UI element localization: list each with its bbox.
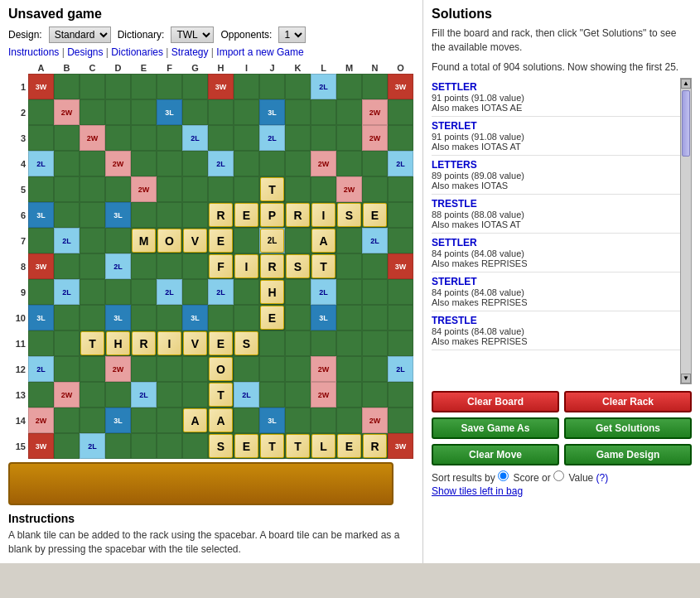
- cell-14g[interactable]: A: [182, 408, 208, 433]
- cell-9a[interactable]: [28, 279, 54, 305]
- cell-11l[interactable]: [311, 330, 336, 356]
- cell-13n[interactable]: [362, 382, 388, 408]
- cell-4e[interactable]: [131, 151, 157, 176]
- cell-7l[interactable]: A: [311, 228, 336, 253]
- cell-13f[interactable]: [157, 382, 182, 408]
- cell-12j[interactable]: [259, 356, 285, 382]
- nav-dictionaries[interactable]: Dictionaries: [111, 46, 163, 58]
- cell-13c[interactable]: [80, 382, 105, 408]
- cell-11c[interactable]: T: [80, 330, 105, 356]
- cell-1n[interactable]: [362, 74, 388, 99]
- cell-3e[interactable]: [131, 125, 157, 151]
- cell-1m[interactable]: [336, 74, 362, 99]
- cell-8b[interactable]: [54, 253, 80, 279]
- cell-14h[interactable]: A: [208, 408, 234, 433]
- cell-1b[interactable]: [54, 74, 80, 99]
- cell-9b[interactable]: 2L: [54, 279, 80, 305]
- cell-13i[interactable]: 2L: [234, 382, 259, 408]
- cell-14j[interactable]: 3L: [259, 408, 285, 433]
- cell-2f[interactable]: 3L: [157, 99, 182, 125]
- cell-14e[interactable]: [131, 408, 157, 433]
- cell-9l[interactable]: 2L: [311, 279, 336, 305]
- cell-9f[interactable]: 2L: [157, 279, 182, 305]
- cell-15g[interactable]: [182, 433, 208, 459]
- cell-5o[interactable]: [388, 176, 413, 202]
- cell-12o[interactable]: 2L: [388, 356, 413, 382]
- cell-4b[interactable]: [54, 151, 80, 176]
- cell-11f[interactable]: I: [157, 330, 182, 356]
- cell-9m[interactable]: [336, 279, 362, 305]
- cell-12d[interactable]: 2W: [105, 356, 131, 382]
- save-game-button[interactable]: Save Game As: [432, 417, 559, 439]
- cell-12g[interactable]: [182, 356, 208, 382]
- cell-9g[interactable]: [182, 279, 208, 305]
- cell-10e[interactable]: [131, 305, 157, 330]
- cell-2n[interactable]: 2W: [362, 99, 388, 125]
- cell-10f[interactable]: [157, 305, 182, 330]
- cell-4f[interactable]: [157, 151, 182, 176]
- cell-11i[interactable]: S: [234, 330, 259, 356]
- cell-13k[interactable]: [285, 382, 311, 408]
- cell-6n[interactable]: E: [362, 202, 388, 228]
- cell-3o[interactable]: [388, 125, 413, 151]
- cell-4k[interactable]: [285, 151, 311, 176]
- cell-11b[interactable]: [54, 330, 80, 356]
- cell-3l[interactable]: [311, 125, 336, 151]
- cell-1j[interactable]: [259, 74, 285, 99]
- cell-9o[interactable]: [388, 279, 413, 305]
- cell-14l[interactable]: [311, 408, 336, 433]
- cell-4h[interactable]: 2L: [208, 151, 234, 176]
- cell-5l[interactable]: [311, 176, 336, 202]
- cell-1i[interactable]: [234, 74, 259, 99]
- cell-15h[interactable]: S: [208, 433, 234, 459]
- cell-8l[interactable]: T: [311, 253, 336, 279]
- cell-10d[interactable]: 3L: [105, 305, 131, 330]
- cell-15n[interactable]: R: [362, 433, 388, 459]
- cell-14o[interactable]: [388, 408, 413, 433]
- cell-15m[interactable]: E: [336, 433, 362, 459]
- cell-4d[interactable]: 2W: [105, 151, 131, 176]
- solution-word[interactable]: STERLET: [432, 120, 680, 132]
- cell-1g[interactable]: [182, 74, 208, 99]
- cell-8c[interactable]: [80, 253, 105, 279]
- solution-word[interactable]: TRESTLE: [432, 198, 680, 210]
- cell-5g[interactable]: [182, 176, 208, 202]
- cell-3b[interactable]: [54, 125, 80, 151]
- solution-word[interactable]: TRESTLE: [432, 315, 680, 326]
- cell-8i[interactable]: I: [234, 253, 259, 279]
- cell-13e[interactable]: 2L: [131, 382, 157, 408]
- cell-10n[interactable]: [362, 305, 388, 330]
- cell-15o[interactable]: 3W: [388, 433, 413, 459]
- show-tiles-link[interactable]: Show tiles left in bag: [432, 485, 692, 497]
- cell-5i[interactable]: [234, 176, 259, 202]
- cell-7c[interactable]: [80, 228, 105, 253]
- cell-11n[interactable]: [362, 330, 388, 356]
- sort-score-radio[interactable]: [498, 470, 509, 481]
- cell-7j[interactable]: 2L: [259, 228, 285, 253]
- cell-4a[interactable]: 2L: [28, 151, 54, 176]
- scrollbar[interactable]: ▲ ▼: [680, 78, 692, 384]
- cell-14a[interactable]: 2W: [28, 408, 54, 433]
- cell-6c[interactable]: [80, 202, 105, 228]
- cell-3h[interactable]: [208, 125, 234, 151]
- cell-1e[interactable]: [131, 74, 157, 99]
- nav-instructions[interactable]: Instructions: [8, 46, 59, 58]
- cell-7o[interactable]: [388, 228, 413, 253]
- design-select[interactable]: Standard: [49, 27, 111, 43]
- cell-15l[interactable]: L: [311, 433, 336, 459]
- cell-9k[interactable]: [285, 279, 311, 305]
- cell-8j[interactable]: R: [259, 253, 285, 279]
- cell-7b[interactable]: 2L: [54, 228, 80, 253]
- cell-7n[interactable]: 2L: [362, 228, 388, 253]
- cell-10l[interactable]: 3L: [311, 305, 336, 330]
- scrollbar-thumb[interactable]: [682, 90, 690, 157]
- cell-7g[interactable]: V: [182, 228, 208, 253]
- cell-14b[interactable]: [54, 408, 80, 433]
- cell-5n[interactable]: [362, 176, 388, 202]
- cell-3f[interactable]: [157, 125, 182, 151]
- cell-11j[interactable]: [259, 330, 285, 356]
- cell-12c[interactable]: [80, 356, 105, 382]
- cell-13g[interactable]: [182, 382, 208, 408]
- cell-10h[interactable]: [208, 305, 234, 330]
- cell-6k[interactable]: R: [285, 202, 311, 228]
